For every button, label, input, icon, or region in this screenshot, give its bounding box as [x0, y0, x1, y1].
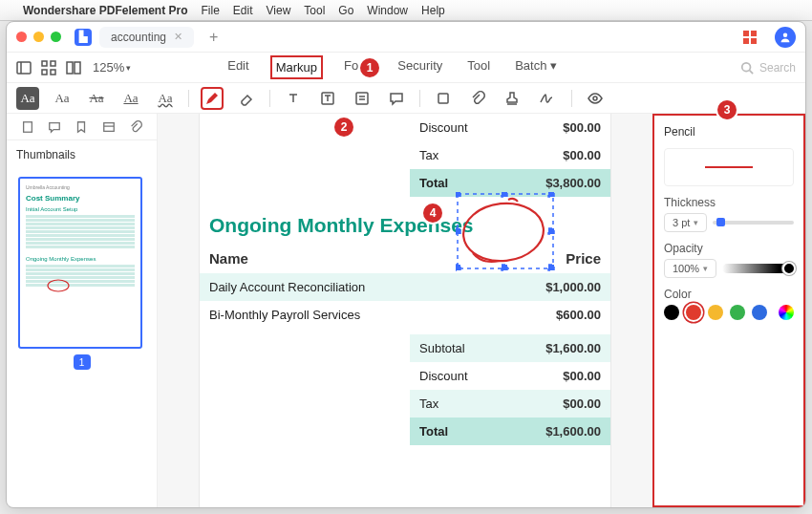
app-name[interactable]: Wondershare PDFelement Pro: [23, 4, 188, 17]
mode-security[interactable]: Security: [394, 55, 446, 79]
document-canvas[interactable]: Discount$00.00 Tax$00.00 Total$3,800.00 …: [158, 114, 652, 507]
color-swatches: [664, 305, 794, 320]
menu-tool[interactable]: Tool: [304, 4, 325, 17]
svg-rect-0: [743, 31, 749, 36]
opacity-slider[interactable]: [722, 264, 794, 273]
color-picker-icon[interactable]: [779, 305, 794, 320]
properties-panel: Pencil Thickness 3 pt Opacity 100% Color: [652, 114, 805, 507]
stamp-tool[interactable]: [501, 87, 524, 110]
underline-tool[interactable]: Aa: [119, 87, 142, 110]
menu-go[interactable]: Go: [338, 4, 353, 17]
window-titlebar: ▙ accounting ✕ +: [7, 22, 805, 53]
tax-value: $00.00: [505, 390, 610, 418]
page-number-badge: 1: [74, 354, 91, 370]
svg-rect-18: [24, 121, 32, 132]
highlight-tool[interactable]: Aa: [16, 87, 39, 110]
subtotal-label: Subtotal: [410, 334, 505, 362]
app-window: ▙ accounting ✕ + 125%▾ Edit Markup Form …: [6, 21, 806, 508]
text-callout-tool[interactable]: [316, 87, 339, 110]
divider: [269, 90, 270, 107]
discount-label: Discount: [410, 362, 505, 390]
thumb-annotation-preview: [47, 279, 70, 292]
minimize-window[interactable]: [33, 32, 44, 42]
thickness-select[interactable]: 3 pt: [664, 213, 707, 232]
svg-rect-6: [42, 61, 47, 66]
svg-rect-7: [51, 61, 55, 66]
pencil-tool[interactable]: [201, 87, 224, 110]
two-page-view-icon[interactable]: [66, 60, 81, 75]
svg-rect-15: [356, 93, 368, 104]
panel-title: Pencil: [664, 125, 794, 139]
svg-rect-19: [103, 122, 114, 131]
menu-help[interactable]: Help: [421, 4, 445, 17]
item-1-price: $1,000.00: [488, 273, 610, 301]
shape-tool[interactable]: [432, 87, 455, 110]
svg-rect-11: [75, 62, 80, 74]
color-green[interactable]: [730, 305, 745, 320]
callout-1: 1: [360, 58, 379, 77]
color-yellow[interactable]: [708, 305, 723, 320]
menu-edit[interactable]: Edit: [233, 4, 253, 17]
opacity-select[interactable]: 100%: [664, 259, 716, 278]
thumbnail-panel-icon[interactable]: [21, 120, 34, 134]
mode-tabs: Edit Markup Form Security Tool Batch: [224, 55, 561, 79]
mode-edit[interactable]: Edit: [224, 55, 252, 79]
thickness-label: Thickness: [664, 196, 794, 209]
fields-panel-icon[interactable]: [102, 120, 116, 134]
tax-label: Tax: [410, 390, 505, 418]
strikethrough-tool[interactable]: Aa: [85, 87, 108, 110]
signature-tool[interactable]: [535, 87, 558, 110]
upper-discount-value: $00.00: [505, 114, 610, 141]
mode-tool[interactable]: Tool: [463, 55, 494, 79]
user-avatar[interactable]: [775, 27, 796, 48]
attachment-tool[interactable]: [466, 87, 489, 110]
opacity-label: Opacity: [664, 242, 794, 255]
thickness-slider[interactable]: [713, 221, 794, 225]
zoom-window[interactable]: [51, 32, 61, 42]
svg-rect-1: [751, 31, 757, 36]
close-window[interactable]: [16, 32, 27, 42]
text-box-tool[interactable]: [282, 87, 305, 110]
text-style-2[interactable]: Aa: [51, 87, 74, 110]
close-tab-icon[interactable]: ✕: [174, 31, 182, 43]
grid-apps-icon[interactable]: [742, 30, 758, 45]
zoom-dropdown[interactable]: 125%▾: [93, 60, 131, 75]
upper-tax-label: Tax: [410, 141, 505, 169]
menu-file[interactable]: File: [202, 4, 220, 17]
sidebar-toggle-icon[interactable]: [16, 60, 32, 75]
callout-2: 2: [334, 118, 353, 137]
svg-point-20: [48, 280, 69, 291]
menu-window[interactable]: Window: [367, 4, 408, 17]
color-black[interactable]: [664, 305, 679, 320]
attachments-panel-icon[interactable]: [129, 120, 142, 134]
document-tab[interactable]: accounting ✕: [99, 27, 194, 48]
divider: [188, 90, 189, 107]
item-2-price: $600.00: [488, 301, 610, 329]
thumbnails-view-icon[interactable]: [41, 60, 56, 75]
page-thumbnail[interactable]: Umbrella Accounting Cost Summary Initial…: [18, 177, 142, 349]
eraser-tool[interactable]: [235, 87, 258, 110]
thumbnail-list: Umbrella Accounting Cost Summary Initial…: [7, 169, 157, 377]
bookmarks-panel-icon[interactable]: [75, 120, 88, 134]
subtotal-value: $1,600.00: [505, 334, 610, 362]
mode-markup[interactable]: Markup: [270, 55, 323, 79]
color-red[interactable]: [686, 305, 701, 320]
squiggly-tool[interactable]: Aa: [154, 87, 177, 110]
note-tool[interactable]: [351, 87, 374, 110]
new-tab-button[interactable]: +: [202, 29, 225, 46]
comment-tool[interactable]: [385, 87, 408, 110]
color-blue[interactable]: [752, 305, 767, 320]
sidebar-tabs: [7, 114, 157, 140]
svg-rect-16: [438, 94, 448, 103]
stroke-preview: [664, 148, 794, 186]
hide-markup-icon[interactable]: [584, 87, 607, 110]
menu-view[interactable]: View: [267, 4, 291, 17]
mode-batch[interactable]: Batch: [511, 55, 561, 79]
search-field[interactable]: Search: [740, 61, 796, 75]
pdf-page[interactable]: Discount$00.00 Tax$00.00 Total$3,800.00 …: [200, 114, 610, 507]
svg-rect-3: [751, 38, 757, 44]
comments-panel-icon[interactable]: [48, 120, 61, 134]
svg-rect-2: [743, 38, 749, 44]
callout-3: 3: [717, 100, 737, 119]
svg-rect-9: [51, 70, 55, 75]
